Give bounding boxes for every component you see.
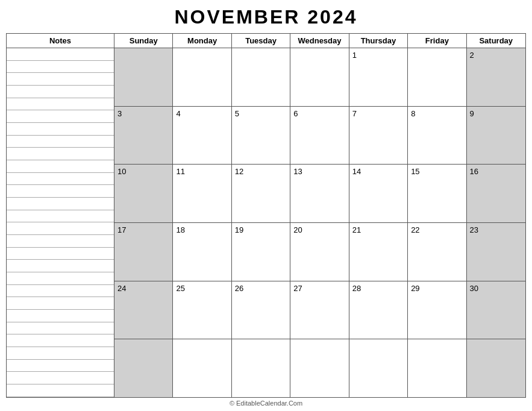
note-line[interactable] [7, 322, 114, 335]
cell-number: 21 [352, 225, 361, 234]
calendar-cell[interactable] [114, 339, 173, 397]
calendar-cell[interactable] [173, 48, 231, 106]
cell-number: 9 [470, 109, 474, 118]
note-line[interactable] [7, 297, 114, 310]
calendar-cell[interactable]: 19 [232, 223, 290, 281]
calendar-cell[interactable] [114, 48, 173, 106]
cell-number: 20 [293, 225, 302, 234]
cell-number: 6 [293, 109, 298, 118]
calendar-cell[interactable]: 2 [467, 48, 525, 106]
cell-number: 26 [235, 284, 243, 293]
cell-number: 12 [235, 167, 243, 176]
cell-number: 16 [470, 167, 478, 176]
note-line[interactable] [7, 372, 114, 384]
cell-number: 24 [117, 284, 126, 293]
cell-number: 1 [352, 51, 357, 60]
calendar-cell[interactable]: 25 [173, 281, 231, 339]
cell-number: 18 [176, 225, 184, 234]
calendar-row: 17181920212223 [114, 223, 525, 281]
calendar-cell[interactable] [232, 339, 290, 397]
note-line[interactable] [7, 360, 114, 372]
note-line[interactable] [7, 272, 114, 285]
note-line[interactable] [7, 248, 114, 260]
calendar-cell[interactable]: 8 [408, 107, 466, 165]
calendar-grid: 1234567891011121314151617181920212223242… [114, 48, 525, 397]
calendar-cell[interactable]: 22 [408, 223, 466, 281]
calendar-cell[interactable]: 16 [467, 165, 525, 222]
calendar-cell[interactable] [467, 339, 525, 397]
note-line[interactable] [7, 98, 114, 111]
note-line[interactable] [7, 347, 114, 360]
calendar-cell[interactable] [408, 48, 466, 106]
note-line[interactable] [7, 110, 114, 123]
cell-number: 11 [176, 167, 184, 176]
note-line[interactable] [7, 123, 114, 136]
note-line[interactable] [7, 73, 114, 86]
cell-number: 7 [352, 109, 357, 118]
calendar-cell[interactable]: 26 [232, 281, 290, 339]
note-line[interactable] [7, 285, 114, 298]
calendar-cell[interactable]: 27 [290, 281, 349, 339]
cell-number: 5 [235, 109, 239, 118]
calendar-cell[interactable] [290, 48, 349, 106]
note-line[interactable] [7, 222, 114, 235]
note-line[interactable] [7, 173, 114, 186]
calendar-cell[interactable]: 17 [114, 223, 173, 281]
note-line[interactable] [7, 210, 114, 223]
note-line[interactable] [7, 334, 114, 347]
calendar-cell[interactable]: 4 [173, 107, 231, 165]
cell-number: 30 [470, 284, 478, 293]
note-line[interactable] [7, 148, 114, 160]
note-line[interactable] [7, 235, 114, 248]
calendar-cell[interactable] [408, 339, 466, 397]
calendar-cell[interactable] [290, 339, 349, 397]
calendar-cell[interactable]: 23 [467, 223, 525, 281]
calendar-cell[interactable] [232, 48, 290, 106]
note-line[interactable] [7, 160, 114, 173]
calendar-row: 24252627282930 [114, 281, 525, 340]
calendar-cell[interactable]: 7 [349, 107, 408, 165]
days-header: SundayMondayTuesdayWednesdayThursdayFrid… [114, 34, 525, 48]
note-line[interactable] [7, 185, 114, 198]
calendar-cell[interactable]: 13 [290, 165, 349, 222]
calendar-page: NOVEMBER 2024 Notes SundayMondayTuesdayW… [0, 0, 532, 411]
calendar-cell[interactable]: 1 [349, 48, 408, 106]
day-header-sunday: Sunday [114, 34, 173, 48]
footer: © EditableCalendar.Com [6, 398, 526, 408]
calendar-cell[interactable] [173, 339, 231, 397]
calendar-cell[interactable]: 11 [173, 165, 231, 222]
note-line[interactable] [7, 198, 114, 210]
note-line[interactable] [7, 86, 114, 98]
calendar-cell[interactable] [349, 339, 408, 397]
note-line[interactable] [7, 61, 114, 74]
note-line[interactable] [7, 384, 114, 397]
calendar-cell[interactable]: 10 [114, 165, 173, 222]
calendar-cell[interactable]: 24 [114, 281, 173, 339]
calendar-cell[interactable]: 18 [173, 223, 231, 281]
calendar-cell[interactable]: 5 [232, 107, 290, 165]
calendar-row: 12 [114, 48, 525, 107]
calendar-cell[interactable]: 20 [290, 223, 349, 281]
calendar-cell[interactable]: 14 [349, 165, 408, 222]
calendar-cell[interactable]: 21 [349, 223, 408, 281]
cell-number: 2 [470, 51, 474, 60]
calendar-cell[interactable]: 28 [349, 281, 408, 339]
cell-number: 29 [411, 284, 419, 293]
note-line[interactable] [7, 136, 114, 148]
calendar-cell[interactable]: 6 [290, 107, 349, 165]
calendar-cell[interactable]: 15 [408, 165, 466, 222]
cell-number: 14 [352, 167, 361, 176]
note-line[interactable] [7, 48, 114, 61]
calendar-cell[interactable]: 30 [467, 281, 525, 339]
note-line[interactable] [7, 310, 114, 322]
cell-number: 28 [352, 284, 361, 293]
cell-number: 3 [117, 109, 122, 118]
note-line[interactable] [7, 260, 114, 272]
calendar-cell[interactable]: 29 [408, 281, 466, 339]
calendar-cell[interactable]: 3 [114, 107, 173, 165]
calendar-cell[interactable]: 9 [467, 107, 525, 165]
cell-number: 22 [411, 225, 419, 234]
cell-number: 10 [117, 167, 126, 176]
cell-number: 19 [235, 225, 243, 234]
calendar-cell[interactable]: 12 [232, 165, 290, 222]
